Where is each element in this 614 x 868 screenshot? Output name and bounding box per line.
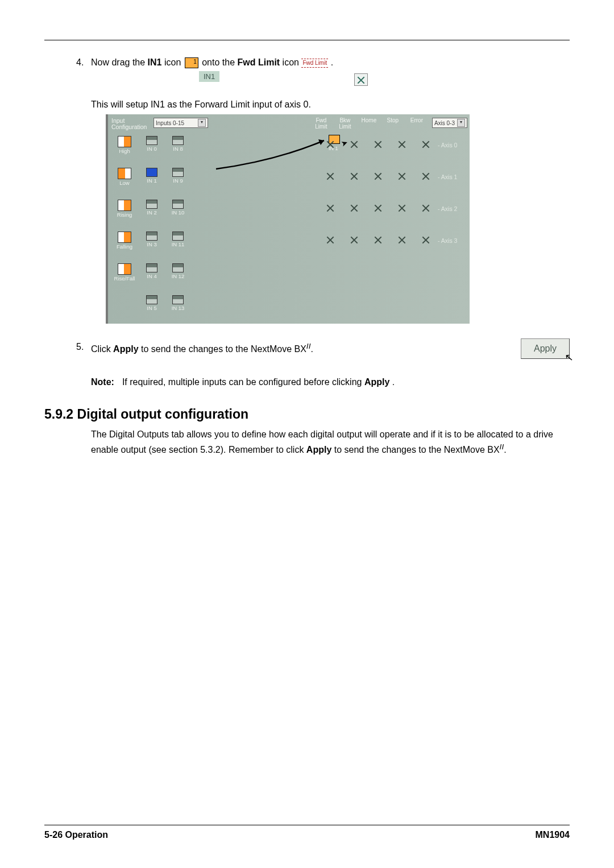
section-body: The Digital Outputs tab allows you to de… [91,428,570,456]
row-mode-label: Low [110,180,139,186]
input-icon[interactable] [146,232,157,241]
row-mode-label: Rising [110,212,139,218]
config-header: Input Configuration Inputs 0-15 ▾ Fwd Li… [108,114,470,133]
step4-mid2: onto the [202,57,237,67]
footer-left: 5-26 Operation [44,830,108,840]
input-icon[interactable] [172,200,184,209]
row-mode-icon[interactable] [118,200,131,211]
assignment-slot[interactable] [325,139,335,148]
row-mode-icon[interactable] [118,168,131,179]
inputs-range-select[interactable]: Inputs 0-15 ▾ [154,118,208,128]
footer-right: MN1904 [536,830,570,840]
config-row: Rise/FallIN 4IN 12 [108,260,470,292]
in1-label: IN1 [199,71,219,82]
assignment-slot[interactable] [349,203,359,212]
step5-pre: Click [91,345,113,354]
page-footer: 5-26 Operation MN1904 [44,825,570,840]
col-stop: Stop [381,118,405,124]
assignment-slot[interactable] [373,139,383,148]
step4-bold2: Fwd Limit [238,57,280,67]
axis-range-value: Axis 0-3 [434,120,455,126]
fwd-limit-icon: Fwd Limit [301,59,328,68]
assignment-slot[interactable] [373,171,383,180]
section-mid: to send the changes to the NextMove BX [334,445,500,454]
input-icon[interactable] [146,295,157,304]
step4-mid1: icon [164,57,184,67]
input-icon[interactable] [172,295,184,304]
config-row: LowIN 1IN 9- Axis 1 [108,164,470,196]
apply-button[interactable]: Apply [521,338,570,359]
input-icon[interactable] [172,136,184,145]
assignment-slot[interactable] [397,203,407,212]
assignment-slot[interactable] [421,171,431,180]
assignment-slot[interactable] [373,235,383,244]
input-icon[interactable] [172,168,184,177]
step-4-body: Now drag the IN1 icon onto the Fwd Limit… [91,56,558,69]
config-row: HighIN 0IN 8- Axis 0 [108,133,470,164]
input-label: IN 9 [165,178,191,184]
step5-post: . [310,345,313,354]
step-5-body: Click Apply to send the changes to the N… [91,341,505,356]
assignment-slot[interactable] [421,139,431,148]
note-label: Note: [91,377,114,387]
assignment-slot[interactable] [325,171,335,180]
step-4-num: 4. [76,56,91,69]
step5-mid: to send the changes to the NextMove BX [141,345,306,354]
axis-label [438,295,467,301]
input-icon[interactable] [146,136,157,145]
step4-mid3: icon [283,57,302,67]
step-4: 4. Now drag the IN1 icon onto the Fwd Li… [76,56,558,69]
input-label: IN 0 [139,146,165,152]
input-label: IN 3 [139,242,165,247]
in1-label-block: IN1 [199,71,570,88]
dropdown-icon: ▾ [457,119,465,127]
assignment-slot[interactable] [421,203,431,212]
assignment-slot[interactable] [325,203,335,212]
note-pre: If required, multiple inputs can be conf… [122,377,364,387]
note-post: . [392,377,395,387]
assignment-slot[interactable] [373,203,383,212]
input-icon[interactable] [172,232,184,241]
assignment-slot[interactable] [325,235,335,244]
col-bkw: Bkw Limit [333,118,357,130]
input-label: IN 1 [139,178,165,184]
row-mode-icon[interactable] [118,136,131,147]
axis-label: - Axis 3 [438,232,467,244]
row-mode-label: Rise/Fall [110,276,139,282]
input-label: IN 4 [139,274,165,279]
input-icon[interactable] [172,263,184,272]
input-label: IN 12 [165,274,191,279]
step4-pre: Now drag the [91,57,148,67]
cursor-icon: ↖ [564,351,574,364]
step-5: 5. Click Apply to send the changes to th… [76,341,505,356]
hdr-input-config: Input Configuration [110,118,152,130]
note-bold: Apply [364,377,389,387]
input-icon[interactable] [146,168,157,177]
config-row: FallingIN 3IN 11- Axis 3 [108,228,470,260]
input-label: IN 11 [165,242,191,247]
assignment-slot[interactable] [421,235,431,244]
input-icon[interactable] [146,200,157,209]
col-home: Home [357,118,381,124]
row-mode-icon[interactable] [118,263,131,275]
col-fwd: Fwd Limit [309,118,333,130]
axis-label: - Axis 1 [438,168,467,180]
input-label: IN 13 [165,305,191,311]
note: Note: If required, multiple inputs can b… [91,377,570,387]
assignment-slot[interactable] [397,139,407,148]
assignment-slot[interactable] [397,235,407,244]
section-heading: 5.9.2 Digital output configuration [44,407,570,422]
input-icon[interactable] [146,263,157,272]
row-mode-label: High [110,148,139,154]
in1-icon [185,57,198,68]
assignment-slot[interactable] [349,235,359,244]
row-mode-icon[interactable] [118,232,131,243]
inputs-range-value: Inputs 0-15 [156,120,184,126]
assignment-slot[interactable] [397,171,407,180]
input-label: IN 8 [165,146,191,152]
axis-range-select[interactable]: Axis 0-3 ▾ [432,118,467,128]
row-mode-label: Falling [110,244,139,250]
step4-bold1: IN1 [148,57,162,67]
assignment-slot[interactable] [349,139,359,148]
assignment-slot[interactable] [349,171,359,180]
